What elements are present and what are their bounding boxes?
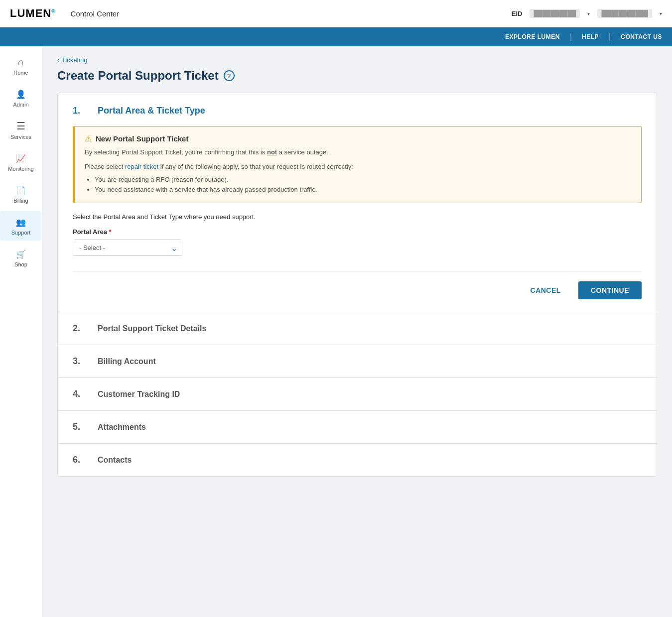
step-6-row: 6. Contacts [58,444,657,476]
warning-line1-start: By selecting Portal Support Ticket, you'… [85,148,267,156]
warning-bullet-1: You are requesting a RFO (reason for out… [95,175,631,185]
sidebar-label-billing: Billing [13,198,28,204]
sidebar-item-services[interactable]: Services [0,115,42,145]
cancel-button[interactable]: CANCEL [521,281,571,299]
warning-header: ⚠ New Portal Support Ticket [85,134,631,143]
billing-icon [16,184,26,196]
content-area: ‹ Ticketing Create Portal Support Ticket… [42,46,672,617]
warning-line2-start: Please select [85,163,125,170]
sidebar-item-admin[interactable]: Admin [0,83,42,113]
top-bar: LUMEN® Control Center EID ██████████ ▾ █… [0,0,672,27]
warning-line1-end: a service outage. [277,148,328,156]
step-6-number: 6. [73,455,88,465]
sidebar: Home Admin Services Monitoring Billing S… [0,46,42,617]
warning-triangle-icon: ⚠ [85,134,92,143]
warning-title: New Portal Support Ticket [96,134,188,143]
step-3-title: Billing Account [98,357,156,366]
warning-not-text: not [267,148,277,156]
warning-body: By selecting Portal Support Ticket, you'… [85,147,631,195]
account-dropdown-arrow[interactable]: ▾ [660,11,662,16]
step-1-number: 1. [73,106,88,116]
steps-container: 1. Portal Area & Ticket Type ⚠ New Porta… [57,93,657,477]
eid-dropdown-arrow[interactable]: ▾ [587,11,590,16]
step-1-header: 1. Portal Area & Ticket Type [73,106,642,116]
sidebar-item-billing[interactable]: Billing [0,179,42,209]
support-icon [16,216,26,228]
nav-bar: EXPLORE LUMEN | HELP | CONTACT US [0,27,672,46]
continue-button[interactable]: CONTINUE [578,281,642,299]
eid-label: EID [512,10,523,17]
eid-value: ██████████ [530,9,580,18]
step-2-title: Portal Support Ticket Details [98,324,206,333]
repair-ticket-link[interactable]: repair ticket [125,163,158,170]
monitoring-icon [16,152,26,164]
step-1-title: Portal Area & Ticket Type [98,106,205,116]
step-5-row: 5. Attachments [58,411,657,444]
sidebar-label-admin: Admin [13,102,28,108]
services-icon [16,120,25,132]
warning-box: ⚠ New Portal Support Ticket By selecting… [73,126,642,203]
buttons-row: CANCEL CONTINUE [73,271,642,299]
required-indicator: * [109,228,112,236]
sidebar-label-shop: Shop [14,261,27,267]
sidebar-item-home[interactable]: Home [0,51,42,81]
form-description: Select the Portal Area and Ticket Type w… [73,213,642,221]
breadcrumb[interactable]: ‹ Ticketing [57,56,657,64]
logo: LUMEN® [10,7,56,20]
step-4-number: 4. [73,389,88,399]
warning-bullet-2: You need assistance with a service that … [95,185,631,195]
admin-icon [16,88,26,100]
page-title: Create Portal Support Ticket ? [57,69,657,83]
step-3-row: 3. Billing Account [58,345,657,378]
sidebar-label-monitoring: Monitoring [8,166,33,172]
main-layout: Home Admin Services Monitoring Billing S… [0,46,672,617]
breadcrumb-label: Ticketing [62,56,88,64]
step-1-content: ⚠ New Portal Support Ticket By selecting… [73,126,642,299]
warning-line2-end: if any of the following apply, so that y… [158,163,353,170]
step-2-row: 2. Portal Support Ticket Details [58,312,657,345]
page-title-text: Create Portal Support Ticket [57,69,219,83]
sidebar-label-home: Home [13,70,28,76]
app-title: Control Center [71,9,512,18]
step-1-section: 1. Portal Area & Ticket Type ⚠ New Porta… [58,93,657,312]
step-5-title: Attachments [98,423,146,432]
sidebar-item-shop[interactable]: Shop [0,243,42,272]
sidebar-label-support: Support [11,230,31,236]
step-6-title: Contacts [98,456,132,465]
sidebar-item-support[interactable]: Support [0,211,42,241]
step-3-number: 3. [73,356,88,367]
eid-section: EID ██████████ ▾ ███████████ ▾ [512,9,662,18]
nav-contact-us[interactable]: CONTACT US [621,33,662,40]
step-4-row: 4. Customer Tracking ID [58,378,657,411]
account-value: ███████████ [597,9,652,18]
home-icon [18,56,24,68]
step-2-number: 2. [73,323,88,334]
breadcrumb-chevron: ‹ [57,57,59,64]
step-4-title: Customer Tracking ID [98,390,180,399]
nav-separator-1: | [570,32,572,41]
sidebar-item-monitoring[interactable]: Monitoring [0,147,42,177]
step-5-number: 5. [73,422,88,432]
portal-area-select-wrapper: - Select - ⌄ [73,240,182,256]
portal-area-label: Portal Area * [73,228,642,236]
nav-help[interactable]: HELP [582,33,599,40]
help-icon[interactable]: ? [224,70,235,81]
nav-explore-lumen[interactable]: EXPLORE LUMEN [505,33,560,40]
sidebar-label-services: Services [10,134,31,140]
warning-bullets: You are requesting a RFO (reason for out… [95,175,631,196]
shop-icon [16,248,26,259]
portal-area-select[interactable]: - Select - [73,240,182,256]
nav-separator-2: | [609,32,611,41]
